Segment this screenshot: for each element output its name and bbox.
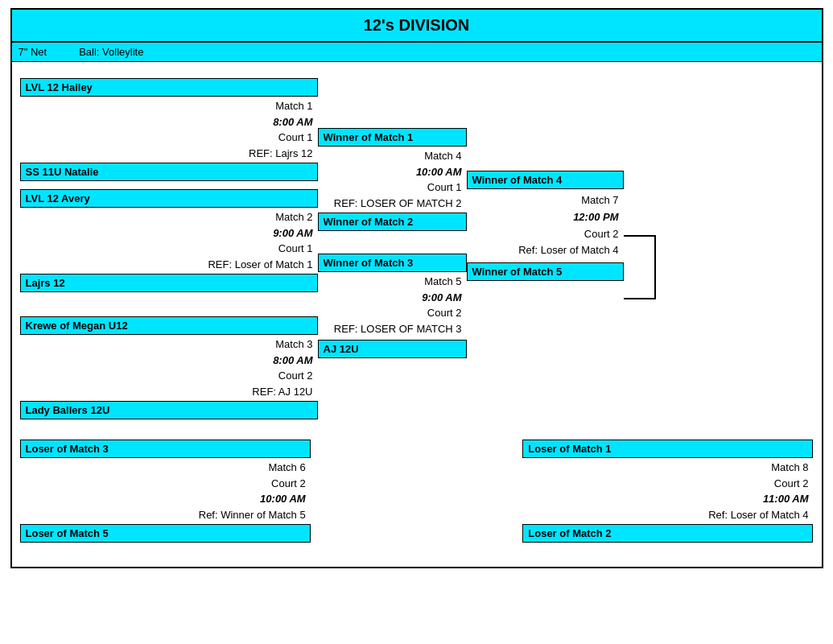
loser3-bar: Loser of Match 3 (20, 440, 311, 458)
match3-info: Match 3 8:00 AM Court 2 REF: AJ 12U (20, 335, 318, 401)
group3: Krewe of Megan U12 Match 3 8:00 AM Court… (20, 316, 318, 419)
team2-bar: SS 11U Natalie (20, 163, 318, 181)
main-content: LVL 12 Hailey Match 1 8:00 AM Court 1 RE… (12, 62, 822, 567)
winner4-bar: Winner of Match 4 (467, 171, 624, 189)
winner1-area: Winner of Match 1 Match 4 10:00 AM Court… (318, 128, 467, 231)
final-area (624, 235, 688, 299)
group2: LVL 12 Avery Match 2 9:00 AM Court 1 REF… (20, 189, 318, 292)
winner2-bar: Winner of Match 2 (318, 213, 467, 231)
team3-bar: LVL 12 Avery (20, 189, 318, 208)
group1: LVL 12 Hailey Match 1 8:00 AM Court 1 RE… (20, 78, 318, 181)
team5-bar: Krewe of Megan U12 (20, 316, 318, 335)
bracket-container: 12's DIVISION 7" Net Ball: Volleylite LV… (10, 8, 823, 568)
loser1-bar: Loser of Match 1 (522, 440, 813, 458)
consolation-area: Loser of Match 3 Match 6 Court 2 10:00 A… (20, 440, 814, 543)
division-title: 12's DIVISION (12, 10, 822, 43)
winner5-bar: Winner of Match 5 (467, 262, 624, 281)
winner4-area: Winner of Match 4 Match 7 12:00 PM Court… (467, 171, 624, 281)
loser2-bar: Loser of Match 2 (522, 524, 813, 543)
subtitle-bar: 7" Net Ball: Volleylite (12, 43, 822, 62)
loser5-bar: Loser of Match 5 (20, 524, 311, 543)
team1-bar: LVL 12 Hailey (20, 78, 318, 97)
match5-info: Match 5 9:00 AM Court 2 REF: LOSER OF MA… (318, 272, 467, 338)
match4-info: Match 4 10:00 AM Court 1 REF: LOSER OF M… (318, 147, 467, 213)
winner3-bar: Winner of Match 3 (318, 254, 467, 272)
winner1-bar: Winner of Match 1 (318, 128, 467, 147)
match6-info: Match 6 Court 2 10:00 AM Ref: Winner of … (20, 458, 311, 524)
ball-label: Ball: Volleylite (79, 46, 143, 58)
match1-info: Match 1 8:00 AM Court 1 REF: Lajrs 12 (20, 97, 318, 163)
match8-info: Match 8 Court 2 11:00 AM Ref: Loser of M… (522, 458, 813, 524)
team7-bar: AJ 12U (318, 340, 467, 358)
left-consol: Loser of Match 3 Match 6 Court 2 10:00 A… (20, 440, 311, 543)
team6-bar: Lady Ballers 12U (20, 401, 318, 419)
match2-info: Match 2 9:00 AM Court 1 REF: Loser of Ma… (20, 208, 318, 274)
winner3-area: Winner of Match 3 Match 5 9:00 AM Court … (318, 254, 467, 358)
match7-info: Match 7 12:00 PM Court 2 Ref: Loser of M… (467, 189, 624, 262)
right-consol: Loser of Match 1 Match 8 Court 2 11:00 A… (522, 440, 813, 543)
team4-bar: Lajrs 12 (20, 274, 318, 292)
net-label: 7" Net (19, 46, 47, 58)
